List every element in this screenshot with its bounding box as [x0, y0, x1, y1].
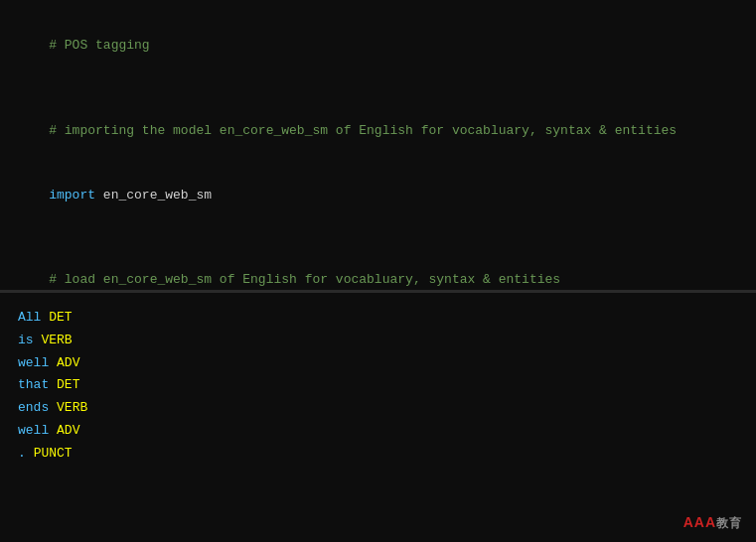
- output-line-4: that DET: [18, 374, 738, 397]
- pos-verb-2: VERB: [57, 400, 87, 415]
- output-line-7: . PUNCT: [18, 443, 738, 466]
- word-well-2: well: [18, 423, 49, 438]
- pos-verb-1: VERB: [41, 333, 72, 347]
- word-period: .: [18, 446, 26, 461]
- pos-adv-1: ADV: [57, 355, 79, 370]
- blank-2: [18, 226, 738, 247]
- word-that: that: [18, 377, 49, 392]
- code-line-3: import en_core_web_sm: [18, 163, 738, 226]
- pos-punct: PUNCT: [34, 446, 73, 461]
- word-all: All: [18, 310, 41, 325]
- watermark: AAA教育: [683, 514, 742, 532]
- output-line-1: All DET: [18, 307, 738, 330]
- output-line-2: is VERB: [18, 330, 738, 352]
- word-is: is: [18, 333, 34, 347]
- code-panel: # POS tagging # importing the model en_c…: [0, 0, 756, 293]
- comment-1: # POS tagging: [49, 38, 149, 53]
- comment-3: # load en_core_web_sm of English for voc…: [49, 272, 560, 287]
- keyword-import: import: [49, 188, 95, 203]
- watermark-suffix: 教育: [716, 516, 742, 530]
- code-line-4: # load en_core_web_sm of English for voc…: [18, 248, 738, 293]
- blank-1: [18, 77, 738, 98]
- output-line-5: ends VERB: [18, 397, 738, 420]
- module-name: en_core_web_sm: [95, 188, 212, 203]
- comment-2: # importing the model en_core_web_sm of …: [49, 123, 677, 138]
- pos-det-1: DET: [49, 310, 72, 325]
- output-panel: All DET is VERB well ADV that DET ends V…: [0, 293, 756, 542]
- pos-det-2: DET: [57, 377, 79, 392]
- code-line-1: # POS tagging: [18, 14, 738, 77]
- word-well-1: well: [18, 355, 49, 370]
- watermark-brand: AAA: [683, 514, 716, 530]
- output-line-3: well ADV: [18, 352, 738, 375]
- code-line-2: # importing the model en_core_web_sm of …: [18, 99, 738, 163]
- pos-adv-2: ADV: [57, 423, 79, 438]
- word-ends: ends: [18, 400, 49, 415]
- output-line-6: well ADV: [18, 420, 738, 443]
